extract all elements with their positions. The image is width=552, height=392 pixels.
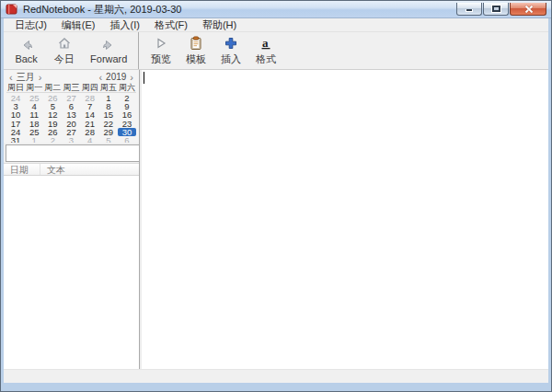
toolbar-navigation: Back 今日 Forward [4,32,139,69]
forward-label: Forward [90,53,127,64]
app-window: RedNotebook - 星期六, 2019-03-30 日志(J)编辑(E)… [0,0,552,392]
calendar-weekday-row: 周日周一周二周三周四周五周六 [6,83,136,93]
maximize-icon [492,6,500,12]
search-entry [6,144,158,162]
insert-button[interactable]: 插入 [216,35,246,67]
next-month-button[interactable]: › [36,73,45,82]
calendar-year-label: 2019 [105,72,127,82]
results-header: 日期 文本 [4,163,139,176]
minimize-button[interactable] [456,3,482,16]
close-button[interactable] [510,3,546,16]
window-controls [456,3,546,16]
weekday-label: 周五 [99,83,118,92]
calendar-month-label: 三月 [16,71,36,84]
format-label: 格式 [256,52,276,66]
menu-item-help[interactable]: 帮助(H) [195,18,244,32]
column-header-text[interactable]: 文本 [40,164,139,175]
weekday-label: 周二 [43,83,62,92]
today-label: 今日 [54,52,75,66]
svg-text:a: a [262,36,269,50]
window-title: RedNotebook - 星期六, 2019-03-30 [23,3,456,17]
back-label: Back [15,53,37,64]
weekday-label: 周三 [62,83,80,92]
plus-icon [224,36,238,52]
back-button[interactable]: Back [12,36,41,65]
menu-bar: 日志(J)编辑(E)插入(I)格式(F)帮助(H) [4,18,548,32]
weekday-label: 周四 [81,83,99,92]
template-button[interactable]: 模板 [181,35,211,67]
minimize-icon [466,9,473,12]
prev-month-button[interactable]: ‹ [6,73,16,82]
text-caret [144,72,144,84]
calendar-grid: 2425262728123456789101112131415161718192… [6,93,136,144]
menu-item-format[interactable]: 格式(F) [147,18,195,32]
play-outline-icon [154,36,168,52]
window-body: 日志(J)编辑(E)插入(I)格式(F)帮助(H) Back 今日 [4,18,548,383]
forward-button[interactable]: Forward [87,36,130,65]
weekday-label: 周六 [118,83,136,92]
main-area: ‹ 三月 › ‹ 2019 › 周日周一周二周三周四周五周六 242526272… [4,69,548,369]
menu-item-insert[interactable]: 插入(I) [103,18,147,32]
close-icon [524,5,533,13]
column-header-date[interactable]: 日期 [4,164,40,175]
preview-button[interactable]: 预览 [146,35,176,67]
left-pane: ‹ 三月 › ‹ 2019 › 周日周一周二周三周四周五周六 242526272… [4,70,139,369]
format-button[interactable]: a 格式 [251,35,281,67]
template-label: 模板 [186,52,206,66]
letter-a-icon: a [259,36,273,52]
calendar-header: ‹ 三月 › ‹ 2019 › [6,71,136,83]
insert-label: 插入 [221,52,241,66]
menu-item-edit[interactable]: 编辑(E) [54,18,103,32]
prev-year-button[interactable]: ‹ [96,73,105,82]
search-row: ▾ [4,143,139,163]
toolbar-editing: 预览 模板 插入 a 格 [139,32,548,69]
preview-label: 预览 [151,52,171,66]
editor-area[interactable] [142,70,548,369]
weekday-label: 周一 [25,83,43,92]
status-bar [4,369,548,383]
home-icon [57,36,72,52]
left-arrow-icon [19,37,34,52]
search-input[interactable] [6,146,143,160]
toolbar: Back 今日 Forward [4,32,548,69]
weekday-label: 周日 [6,83,25,92]
next-year-button[interactable]: › [127,73,136,82]
app-icon [6,3,18,16]
calendar: ‹ 三月 › ‹ 2019 › 周日周一周二周三周四周五周六 242526272… [4,70,139,143]
title-bar[interactable]: RedNotebook - 星期六, 2019-03-30 [1,1,551,18]
menu-item-journal[interactable]: 日志(J) [7,18,54,32]
today-button[interactable]: 今日 [50,35,79,67]
clipboard-icon [189,36,203,52]
maximize-button[interactable] [483,3,509,16]
right-arrow-icon [101,37,116,52]
results-list[interactable] [4,176,139,369]
